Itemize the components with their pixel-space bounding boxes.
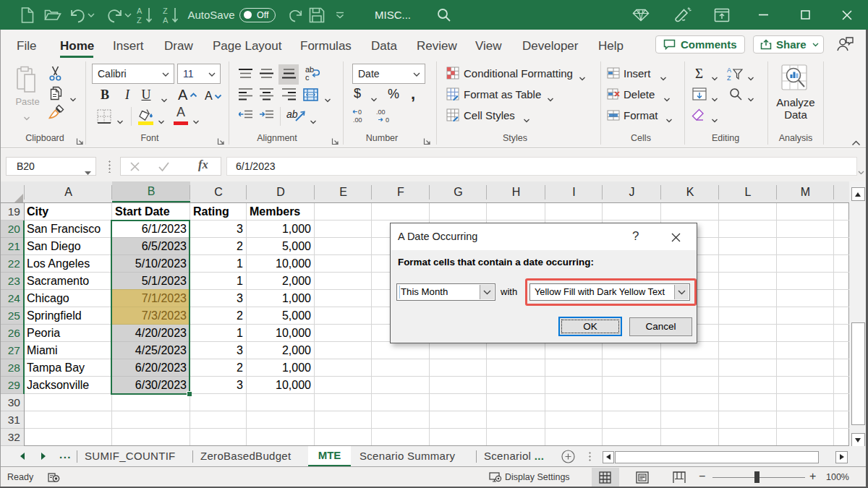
svg-text:A: A [137, 7, 142, 15]
svg-text:c: c [305, 73, 310, 82]
svg-text:A: A [727, 67, 731, 74]
svg-text:ab: ab [286, 108, 298, 120]
svg-text:Z: Z [163, 7, 168, 15]
svg-text:.00: .00 [353, 116, 362, 124]
svg-text:Z: Z [727, 74, 731, 81]
svg-text:Z: Z [137, 16, 142, 24]
svg-text:0: 0 [358, 108, 362, 116]
svg-text:A: A [163, 16, 169, 24]
svg-text:.00: .00 [376, 108, 386, 116]
svg-text:0: 0 [386, 116, 389, 124]
